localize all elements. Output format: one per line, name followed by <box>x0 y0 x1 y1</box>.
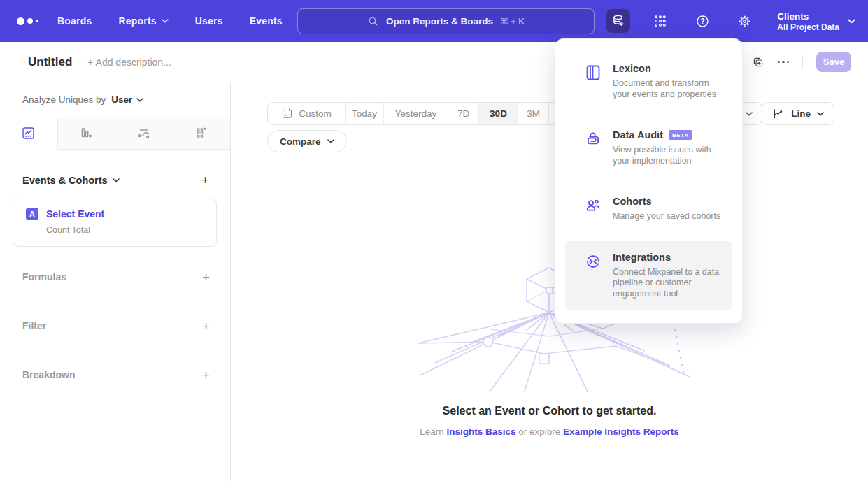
apps-grid-icon <box>653 14 667 28</box>
menu-item-data-audit[interactable]: Data Audit BETA View possible issues wit… <box>565 118 732 178</box>
chart-type-selector[interactable]: Line <box>762 102 834 125</box>
menu-item-lexicon[interactable]: Lexicon Document and transform your even… <box>565 52 732 111</box>
menu-item-description: Connect Mixpanel to a data pipeline or c… <box>613 267 725 300</box>
date-segment-today[interactable]: Today <box>345 103 383 124</box>
cohorts-people-icon <box>585 196 602 222</box>
report-title[interactable]: Untitled <box>28 55 72 69</box>
chevron-down-icon <box>817 112 824 116</box>
nav-item-label: Boards <box>57 15 92 27</box>
search-shortcut: ⌘ + K <box>500 16 525 27</box>
menu-item-body: Data Audit BETA View possible issues wit… <box>613 129 725 166</box>
date-segment-custom[interactable]: Custom <box>268 103 345 124</box>
mixpanel-logo[interactable] <box>17 17 49 25</box>
lexicon-book-icon <box>585 63 602 100</box>
save-button[interactable]: Save <box>816 52 851 72</box>
chevron-down-icon <box>162 19 169 23</box>
analyze-row: Analyze Uniques by User <box>0 82 230 117</box>
data-management-button[interactable] <box>606 9 630 33</box>
date-segment-30d[interactable]: 30D <box>478 103 518 124</box>
add-description-field[interactable]: + Add description... <box>87 57 171 68</box>
events-cohorts-header: Events & Cohorts + <box>22 173 209 187</box>
date-segment-3m[interactable]: 3M <box>518 103 548 124</box>
report-header-actions: Save <box>752 42 852 82</box>
nav-right-cluster: ? Clients All Project Data <box>606 0 855 42</box>
menu-item-body: Cohorts Manage your saved cohorts <box>613 196 720 222</box>
chart-type-tabs <box>0 117 230 150</box>
date-segment-7d[interactable]: 7D <box>448 103 478 124</box>
project-name: Clients <box>777 10 839 22</box>
divider <box>802 55 803 70</box>
analyze-by-dropdown[interactable]: User <box>111 94 143 105</box>
menu-item-cohorts[interactable]: Cohorts Manage your saved cohorts <box>565 185 732 234</box>
select-event-card[interactable]: A Select Event Count Total <box>13 199 217 247</box>
add-event-button[interactable]: + <box>201 173 209 187</box>
settings-button[interactable] <box>732 9 756 33</box>
bar-chart-icon <box>79 126 94 141</box>
duplicate-button[interactable] <box>752 56 764 69</box>
empty-state-title: Select an Event or Cohort to get started… <box>231 405 868 417</box>
calendar-icon <box>281 108 293 120</box>
segment-label: 30D <box>490 108 507 119</box>
formulas-label: Formulas <box>22 271 66 282</box>
filter-section: Filter + <box>0 316 231 336</box>
chevron-down-icon <box>848 19 855 24</box>
top-navigation-bar: Boards Reports Users Events Open Reports… <box>0 0 868 42</box>
select-event-label: Select Event <box>46 208 104 220</box>
date-segment-yesterday[interactable]: Yesterday <box>383 103 448 124</box>
flows-icon <box>136 126 152 141</box>
add-filter-button[interactable]: + <box>202 320 210 333</box>
add-formula-button[interactable]: + <box>202 271 210 284</box>
menu-item-integrations[interactable]: Integrations Connect Mixpanel to a data … <box>565 240 732 311</box>
example-insights-reports-link[interactable]: Example Insights Reports <box>563 426 679 437</box>
analyze-label: Analyze Uniques by <box>22 94 106 105</box>
settings-gear-icon <box>737 14 752 29</box>
menu-item-title: Integrations <box>613 252 671 263</box>
event-row: A Select Event <box>26 208 216 220</box>
metrics-grid-icon <box>194 126 209 141</box>
segment-label: Today <box>352 108 377 119</box>
menu-item-title: Lexicon <box>613 63 651 74</box>
chevron-down-icon <box>746 112 753 116</box>
filter-label: Filter <box>22 320 46 331</box>
duplicate-icon <box>752 56 764 69</box>
nav-item-reports[interactable]: Reports <box>118 15 168 27</box>
menu-item-body: Integrations Connect Mixpanel to a data … <box>613 252 725 300</box>
tab-bar-chart[interactable] <box>58 117 116 150</box>
empty-state-text: Learn <box>420 426 444 437</box>
search-icon <box>367 15 379 27</box>
global-search-input[interactable]: Open Reports & Boards ⌘ + K <box>297 8 595 34</box>
apps-grid-button[interactable] <box>648 9 672 33</box>
query-builder-sidebar: Analyze Uniques by User <box>0 82 231 481</box>
menu-item-description: View possible issues with your implement… <box>613 145 725 166</box>
insights-basics-link[interactable]: Insights Basics <box>446 426 515 437</box>
count-total-label[interactable]: Count Total <box>46 225 216 235</box>
events-cohorts-label: Events & Cohorts <box>22 175 108 186</box>
svg-text:?: ? <box>700 17 704 25</box>
nav-item-label: Events <box>250 15 283 27</box>
nav-item-events[interactable]: Events <box>250 15 283 27</box>
database-gear-icon <box>611 14 626 29</box>
menu-item-description: Document and transform your events and p… <box>613 78 725 100</box>
compare-button[interactable]: Compare <box>267 130 347 152</box>
menu-item-description: Manage your saved cohorts <box>613 211 720 222</box>
tab-metrics-grid[interactable] <box>173 117 231 150</box>
project-selector[interactable]: Clients All Project Data <box>777 10 855 32</box>
chevron-down-icon <box>327 139 334 143</box>
events-cohorts-dropdown[interactable]: Events & Cohorts <box>22 175 120 186</box>
data-audit-icon <box>585 129 602 166</box>
more-options-button[interactable] <box>778 61 790 64</box>
formulas-section: Formulas + <box>0 267 231 287</box>
nav-item-boards[interactable]: Boards <box>57 15 92 27</box>
tab-flows[interactable] <box>115 117 173 150</box>
insights-line-icon <box>21 126 36 141</box>
breakdown-section: Breakdown + <box>0 365 231 385</box>
integrations-sync-icon <box>585 252 602 300</box>
tab-insights-line[interactable] <box>0 117 58 150</box>
menu-item-title: Cohorts <box>613 196 652 207</box>
nav-item-users[interactable]: Users <box>195 15 223 27</box>
nav-item-label: Reports <box>118 15 156 27</box>
beta-badge: BETA <box>669 130 692 140</box>
help-button[interactable]: ? <box>690 9 714 33</box>
chart-area: Custom Today Yesterday 7D 30D 3M 6M Comp… <box>231 82 868 481</box>
add-breakdown-button[interactable]: + <box>202 368 210 382</box>
